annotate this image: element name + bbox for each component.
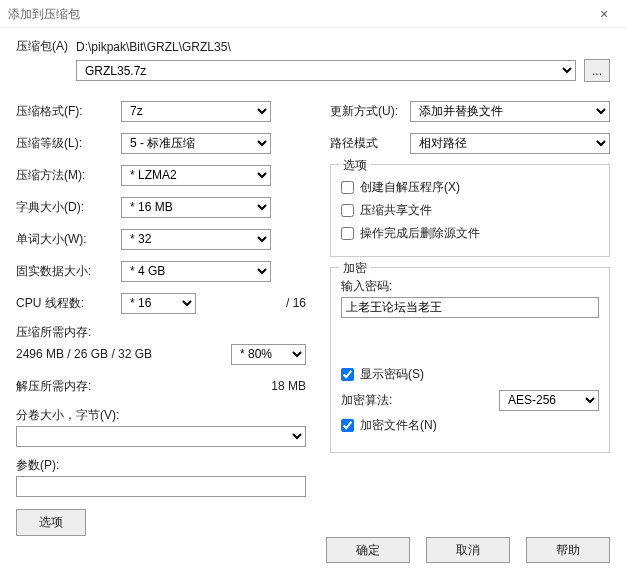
window-title: 添加到压缩包: [8, 0, 80, 28]
sfx-checkbox-row[interactable]: 创建自解压程序(X): [341, 179, 599, 196]
sfx-label: 创建自解压程序(X): [360, 179, 460, 196]
encrypt-fieldset: 加密 输入密码: 显示密码(S) 加密算法: AES-256 加密文件名(N): [330, 267, 610, 453]
shared-label: 压缩共享文件: [360, 202, 432, 219]
cancel-button[interactable]: 取消: [426, 537, 510, 563]
archive-path: D:\pikpak\Bit\GRZL\GRZL35\: [76, 39, 610, 55]
solid-select[interactable]: * 4 GB: [121, 261, 271, 282]
shared-checkbox-row[interactable]: 压缩共享文件: [341, 202, 599, 219]
format-label: 压缩格式(F):: [16, 103, 121, 120]
shared-checkbox[interactable]: [341, 204, 354, 217]
showpw-checkbox-row[interactable]: 显示密码(S): [341, 366, 599, 383]
ellipsis-icon: ...: [592, 64, 602, 78]
params-input[interactable]: [16, 476, 306, 497]
level-select[interactable]: 5 - 标准压缩: [121, 133, 271, 154]
right-column: 更新方式(U): 添加并替换文件 路径模式 相对路径 选项 创建自解压程序(X)…: [330, 90, 610, 536]
titlebar: 添加到压缩包 ×: [0, 0, 626, 28]
encrypt-names-label: 加密文件名(N): [360, 417, 437, 434]
password-input[interactable]: [341, 297, 599, 318]
archive-filename-select[interactable]: GRZL35.7z: [76, 60, 576, 81]
algo-label: 加密算法:: [341, 392, 411, 409]
dialog-buttons: 确定 取消 帮助: [326, 537, 610, 563]
showpw-checkbox[interactable]: [341, 368, 354, 381]
encrypt-legend: 加密: [339, 260, 371, 277]
method-label: 压缩方法(M):: [16, 167, 121, 184]
delete-after-checkbox[interactable]: [341, 227, 354, 240]
options-fieldset: 选项 创建自解压程序(X) 压缩共享文件 操作完成后删除源文件: [330, 164, 610, 257]
ok-button[interactable]: 确定: [326, 537, 410, 563]
mem-compress-label: 压缩所需内存:: [16, 324, 306, 341]
threads-total: / 16: [202, 296, 306, 310]
split-select[interactable]: [16, 426, 306, 447]
mem-ratio-select[interactable]: * 80%: [231, 344, 306, 365]
word-select[interactable]: * 32: [121, 229, 271, 250]
dialog-body: 压缩包(A) D:\pikpak\Bit\GRZL\GRZL35\ GRZL35…: [0, 28, 626, 544]
password-label: 输入密码:: [341, 278, 599, 295]
update-label: 更新方式(U):: [330, 103, 410, 120]
level-label: 压缩等级(L):: [16, 135, 121, 152]
delete-after-label: 操作完成后删除源文件: [360, 225, 480, 242]
help-button[interactable]: 帮助: [526, 537, 610, 563]
options-legend: 选项: [339, 157, 371, 174]
archive-label: 压缩包(A): [16, 38, 76, 55]
options-button[interactable]: 选项: [16, 509, 86, 536]
mem-compress-value: 2496 MB / 26 GB / 32 GB: [16, 347, 152, 361]
params-label: 参数(P):: [16, 457, 306, 474]
dict-label: 字典大小(D):: [16, 199, 121, 216]
method-select[interactable]: * LZMA2: [121, 165, 271, 186]
sfx-checkbox[interactable]: [341, 181, 354, 194]
encrypt-names-checkbox[interactable]: [341, 419, 354, 432]
mem-decompress-value: 18 MB: [91, 379, 306, 393]
threads-label: CPU 线程数:: [16, 295, 121, 312]
encrypt-names-checkbox-row[interactable]: 加密文件名(N): [341, 417, 599, 434]
close-icon[interactable]: ×: [590, 0, 618, 28]
solid-label: 固实数据大小:: [16, 263, 121, 280]
left-column: 压缩格式(F): 7z 压缩等级(L): 5 - 标准压缩 压缩方法(M): *…: [16, 90, 306, 536]
split-label: 分卷大小，字节(V):: [16, 407, 306, 424]
threads-select[interactable]: * 16: [121, 293, 196, 314]
format-select[interactable]: 7z: [121, 101, 271, 122]
browse-button[interactable]: ...: [584, 59, 610, 82]
showpw-label: 显示密码(S): [360, 366, 424, 383]
pathmode-label: 路径模式: [330, 135, 410, 152]
mem-decompress-label: 解压所需内存:: [16, 378, 91, 395]
update-select[interactable]: 添加并替换文件: [410, 101, 610, 122]
pathmode-select[interactable]: 相对路径: [410, 133, 610, 154]
delete-after-checkbox-row[interactable]: 操作完成后删除源文件: [341, 225, 599, 242]
algo-select[interactable]: AES-256: [499, 390, 599, 411]
word-label: 单词大小(W):: [16, 231, 121, 248]
dict-select[interactable]: * 16 MB: [121, 197, 271, 218]
